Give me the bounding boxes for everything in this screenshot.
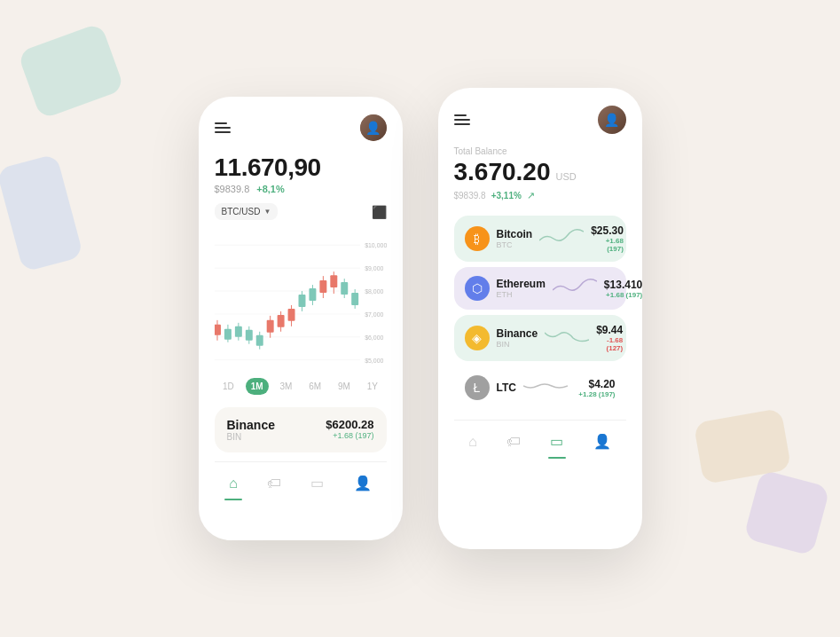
balance-currency: USD [556, 171, 577, 182]
bottom-coin-card[interactable]: Binance BIN $6200.28 +1.68 (197) [215, 407, 387, 452]
balance-row: 3.670.20 USD [454, 158, 626, 186]
ltc-info: LTC [497, 381, 516, 394]
ethereum-logo: ⬡ [465, 276, 490, 301]
svg-rect-7 [224, 329, 231, 340]
tab-6m[interactable]: 6M [303, 378, 326, 395]
pair-dropdown[interactable]: BTC/USD ▼ [215, 203, 279, 220]
svg-rect-11 [245, 330, 252, 341]
nav2-home[interactable]: ⌂ [459, 430, 486, 453]
tab-9m[interactable]: 9M [333, 378, 356, 395]
ltc-wave [523, 375, 571, 400]
bitcoin-price: $25.30 [591, 224, 624, 237]
dropdown-arrow-icon: ▼ [263, 208, 271, 216]
bitcoin-name: Bitcoin [497, 228, 533, 240]
nav-portfolio[interactable]: 🏷 [258, 472, 290, 495]
price-display: 11.670,90 $9839.8 +8,1% [215, 153, 387, 194]
coin-item-binance[interactable]: ◈ Binance BIN $9.44 -1.68 (127) [454, 315, 626, 361]
bottom-coin-change: +1.68 (197) [326, 431, 373, 440]
coin-left-bitcoin: ₿ Bitcoin BTC [465, 226, 533, 251]
nav2-cards[interactable]: ▭ [541, 429, 572, 453]
binance-info: Binance BIN [497, 327, 538, 349]
svg-text:$10,000: $10,000 [365, 242, 387, 248]
bottom-coin-price: $6200.28 [326, 418, 373, 431]
ethereum-ticker: ETH [497, 290, 546, 299]
chart-type-icon[interactable]: ⬛ [372, 205, 387, 219]
ethereum-price-info: $13.410 +1.68 (197) [604, 279, 642, 299]
nav-cards[interactable]: ▭ [302, 471, 333, 495]
nav2-profile[interactable]: 👤 [585, 429, 620, 453]
svg-rect-27 [330, 275, 337, 287]
tab-3m[interactable]: 3M [274, 378, 297, 395]
svg-text:$8,000: $8,000 [365, 288, 383, 295]
nav-profile[interactable]: 👤 [345, 471, 381, 495]
coin-item-ethereum[interactable]: ⬡ Ethereum ETH $13.410 +1.68 (197) [454, 267, 626, 310]
coin-left-binance: ◈ Binance BIN [465, 326, 538, 350]
menu-icon[interactable] [215, 122, 231, 133]
ethereum-price: $13.410 [604, 279, 642, 291]
ethereum-wave [553, 276, 597, 301]
ltc-name: LTC [497, 381, 516, 394]
phone-1: 👤 11.670,90 $9839.8 +8,1% BTC/USD ▼ ⬛ [199, 97, 403, 540]
ltc-price-info: $4.20 +1.28 (197) [578, 378, 615, 398]
svg-rect-19 [287, 309, 294, 321]
phone-2-header: 👤 [454, 106, 626, 134]
main-price: 11.670,90 [215, 153, 387, 182]
svg-rect-13 [255, 335, 263, 346]
bottom-navigation-2: ⌂ 🏷 ▭ 👤 [454, 420, 626, 459]
balance-change: +3,11% [491, 191, 522, 201]
chart-controls: BTC/USD ▼ ⬛ [215, 203, 387, 220]
balance-amount: 3.670.20 [454, 158, 551, 186]
bitcoin-ticker: BTC [497, 240, 533, 249]
price-sub-row: $9839.8 +8,1% [215, 184, 387, 194]
bottom-coin-name: Binance [227, 418, 275, 432]
binance-price: $9.44 [596, 324, 623, 336]
svg-rect-31 [351, 293, 358, 305]
coin-item-ltc[interactable]: Ł LTC $4.20 +1.28 (197) [454, 366, 626, 409]
bottom-navigation: ⌂ 🏷 ▭ 👤 [215, 461, 387, 500]
profile-icon-2: 👤 [593, 433, 611, 450]
portfolio-icon-2: 🏷 [506, 434, 521, 450]
ltc-price: $4.20 [578, 378, 615, 390]
bg-decoration-3 [743, 469, 830, 556]
svg-rect-21 [298, 295, 305, 307]
trend-arrow-icon: ↗ [527, 190, 535, 201]
tab-1d[interactable]: 1D [217, 378, 239, 395]
coin-left-ethereum: ⬡ Ethereum ETH [465, 276, 546, 301]
menu-icon-2[interactable] [454, 114, 470, 125]
tab-1y[interactable]: 1Y [362, 378, 383, 395]
svg-text:$9,000: $9,000 [365, 265, 383, 271]
svg-rect-23 [309, 288, 316, 301]
svg-rect-29 [341, 282, 348, 295]
nav-home[interactable]: ⌂ [220, 472, 247, 495]
avatar-2[interactable]: 👤 [598, 106, 626, 134]
avatar[interactable]: 👤 [360, 114, 387, 141]
cards-icon-2: ▭ [550, 433, 563, 450]
nav2-portfolio[interactable]: 🏷 [498, 430, 530, 453]
total-balance-section: Total Balance 3.670.20 USD $9839.8 +3,11… [454, 146, 626, 201]
bg-decoration-1 [17, 22, 124, 119]
ltc-logo: Ł [465, 375, 490, 400]
candlestick-chart: $10,000 $9,000 $8,000 $7,000 $6,000 $5,0… [215, 227, 387, 369]
avatar-image: 👤 [360, 114, 387, 141]
bottom-card-price: $6200.28 +1.68 (197) [326, 418, 373, 440]
ethereum-info: Ethereum ETH [497, 278, 546, 299]
binance-change: -1.68 (127) [596, 336, 623, 352]
svg-rect-17 [277, 315, 284, 327]
balance-label: Total Balance [454, 146, 626, 156]
bitcoin-info: Bitcoin BTC [497, 228, 533, 249]
tab-1m[interactable]: 1M [246, 378, 269, 395]
price-change: +8,1% [256, 184, 285, 194]
ethereum-name: Ethereum [497, 278, 546, 290]
coin-left-ltc: Ł LTC [465, 375, 516, 400]
ltc-change: +1.28 (197) [578, 390, 615, 398]
phone-2: 👤 Total Balance 3.670.20 USD $9839.8 +3,… [438, 88, 642, 549]
svg-text:$6,000: $6,000 [365, 334, 383, 341]
binance-price-info: $9.44 -1.68 (127) [596, 324, 623, 352]
bottom-coin-ticker: BIN [227, 432, 275, 442]
coin-item-bitcoin[interactable]: ₿ Bitcoin BTC $25.30 +1.68 (197) [454, 216, 626, 262]
bitcoin-price-info: $25.30 +1.68 (197) [591, 224, 624, 253]
binance-wave [545, 326, 589, 350]
svg-text:$5,000: $5,000 [365, 358, 383, 364]
bg-decoration-2 [0, 153, 83, 272]
sub-price: $9839.8 [215, 184, 250, 194]
